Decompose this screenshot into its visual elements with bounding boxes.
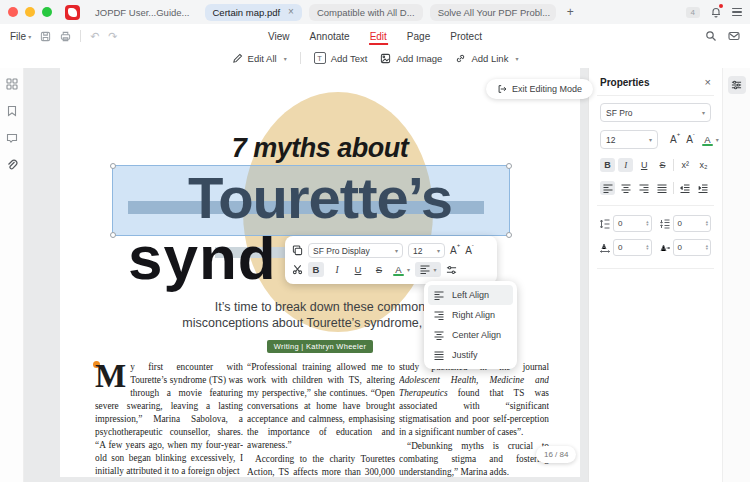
increase-font-size-button[interactable]: A+	[450, 245, 460, 256]
superscript-button[interactable]: x²	[678, 158, 693, 172]
text-selection-box[interactable]	[112, 165, 510, 236]
character-spacing-input[interactable]: 0 ▴▾	[613, 239, 652, 256]
properties-close-icon[interactable]: ×	[705, 76, 711, 88]
strikethrough-button[interactable]: S	[655, 158, 670, 172]
thumbnails-icon[interactable]	[6, 78, 18, 90]
menu-item-left-align[interactable]: Left Align	[428, 285, 513, 305]
tab-solve[interactable]: Solve All Your PDF Probl...	[430, 4, 556, 21]
decrease-font-size-button[interactable]: A-	[465, 245, 474, 256]
right-sidebar	[722, 68, 750, 482]
stepper-down[interactable]: ▾	[706, 248, 708, 251]
search-icon[interactable]	[705, 30, 717, 42]
stepper-down[interactable]: ▾	[646, 248, 648, 251]
doc-column-3[interactable]: study published in the journal Adolescen…	[399, 361, 549, 477]
print-icon[interactable]	[60, 31, 71, 42]
properties-font-family-select[interactable]: SF Pro ▾	[600, 103, 711, 122]
copy-icon[interactable]	[292, 245, 303, 256]
properties-sliders-icon[interactable]	[728, 76, 746, 94]
indent-increase-button[interactable]	[696, 181, 711, 195]
line-spacing-icon	[600, 219, 610, 229]
doc-column-2[interactable]: “Professional training allowed me to wor…	[247, 361, 395, 477]
exit-icon	[497, 84, 507, 94]
menu-item-justify[interactable]: Justify	[428, 345, 513, 365]
properties-font-size-select[interactable]: 12 ▾	[600, 130, 658, 149]
selection-handle[interactable]	[110, 232, 116, 238]
align-left-button[interactable]	[600, 181, 615, 195]
redo-icon[interactable]: ↷	[108, 30, 117, 43]
font-color-button[interactable]: A▾	[392, 264, 410, 275]
file-menu[interactable]: File▾	[10, 31, 31, 42]
window-count-badge[interactable]: 4	[686, 7, 700, 18]
tab-label: Solve All Your PDF Probl...	[438, 7, 550, 18]
horizontal-scale-input[interactable]: 0 ▴▾	[673, 239, 712, 256]
menu-edit-active[interactable]: Edit	[369, 28, 388, 45]
doc-column-1[interactable]: My first encounter with Tourette’s syndr…	[95, 361, 243, 477]
new-tab-button[interactable]: +	[563, 5, 578, 19]
align-right-button[interactable]	[637, 181, 652, 195]
align-justify-button[interactable]	[655, 181, 670, 195]
column-text: “Debunking myths is crucial to combating…	[399, 440, 549, 477]
notifications-bell-icon[interactable]	[710, 6, 722, 18]
tab-user-guide[interactable]: JOPDF User...Guide...	[87, 4, 198, 21]
menu-item-center-align[interactable]: Center Align	[428, 325, 513, 345]
menu-view[interactable]: View	[267, 28, 291, 45]
tab-certain-map-active[interactable]: Certain map.pdf ×	[205, 4, 302, 21]
stepper-down[interactable]: ▾	[646, 224, 648, 227]
feedback-mail-icon[interactable]	[728, 30, 740, 42]
italic-button[interactable]: I	[618, 158, 633, 172]
font-size-select[interactable]: 12 ▾	[408, 243, 445, 258]
comment-icon[interactable]	[6, 132, 18, 144]
bold-button[interactable]: B	[600, 158, 615, 172]
selection-handle[interactable]	[110, 163, 116, 169]
alignment-button-open[interactable]: ▾	[415, 262, 441, 277]
indent-decrease-button[interactable]	[678, 181, 693, 195]
menu-annotate[interactable]: Annotate	[309, 28, 351, 45]
increase-font-size-button[interactable]: A+	[670, 134, 680, 145]
edit-all-label: Edit All	[248, 53, 277, 64]
spin-value: 0	[678, 219, 682, 228]
decrease-font-size-button[interactable]: A-	[686, 134, 695, 145]
bookmark-icon[interactable]	[6, 105, 18, 117]
cut-scissors-icon[interactable]	[292, 264, 303, 275]
exit-editing-mode-label: Exit Editing Mode	[512, 84, 582, 94]
doc-title-line1[interactable]: 7 myths about	[60, 133, 580, 164]
exit-editing-mode-button[interactable]: Exit Editing Mode	[486, 79, 593, 99]
column-text: “Professional training allowed me to wor…	[247, 361, 395, 452]
main-menu-icon[interactable]	[732, 8, 742, 16]
font-family-value: SF Pro	[606, 108, 632, 118]
menu-item-right-align[interactable]: Right Align	[428, 305, 513, 325]
selection-handle[interactable]	[506, 163, 512, 169]
save-icon[interactable]	[40, 31, 51, 42]
tab-close-icon[interactable]: ×	[288, 7, 294, 17]
line-spacing-input[interactable]: 0 ▴▾	[613, 215, 652, 232]
menu-bar: File▾ ↶ ↷ View Annotate Edit Page Protec…	[0, 24, 750, 48]
add-text-button[interactable]: T Add Text	[314, 52, 368, 64]
paragraph-spacing-input[interactable]: 0 ▴▾	[673, 215, 712, 232]
underline-button[interactable]: U	[350, 262, 366, 277]
tab-compatible[interactable]: Compatible with All D...	[309, 4, 423, 21]
add-link-button[interactable]: Add Link ▾	[455, 53, 518, 64]
traffic-minimize-button[interactable]	[25, 7, 35, 17]
stepper-down[interactable]: ▾	[706, 224, 708, 227]
chevron-down-icon: ▾	[28, 33, 31, 40]
traffic-zoom-button[interactable]	[42, 7, 52, 17]
italic-button[interactable]: I	[329, 262, 345, 277]
font-family-select[interactable]: SF Pro Display ▾	[308, 243, 403, 258]
menu-page[interactable]: Page	[406, 28, 431, 45]
more-format-sliders-icon[interactable]	[446, 265, 457, 275]
attachment-icon[interactable]	[6, 159, 18, 171]
strikethrough-button[interactable]: S	[371, 262, 387, 277]
edit-all-button[interactable]: Edit All ▾	[232, 53, 287, 64]
underline-button[interactable]: U	[637, 158, 652, 172]
bold-button[interactable]: B	[308, 262, 324, 277]
align-center-button[interactable]	[618, 181, 633, 195]
font-color-button[interactable]: A▾	[701, 134, 719, 145]
traffic-close-button[interactable]	[8, 7, 18, 17]
chevron-down-icon: ▾	[515, 55, 518, 62]
undo-icon[interactable]: ↶	[90, 30, 99, 43]
add-text-label: Add Text	[331, 53, 368, 64]
add-image-button[interactable]: Add Image	[380, 53, 442, 64]
menu-protect[interactable]: Protect	[449, 28, 483, 45]
selection-handle[interactable]	[506, 232, 512, 238]
subscript-button[interactable]: x₂	[696, 158, 711, 172]
